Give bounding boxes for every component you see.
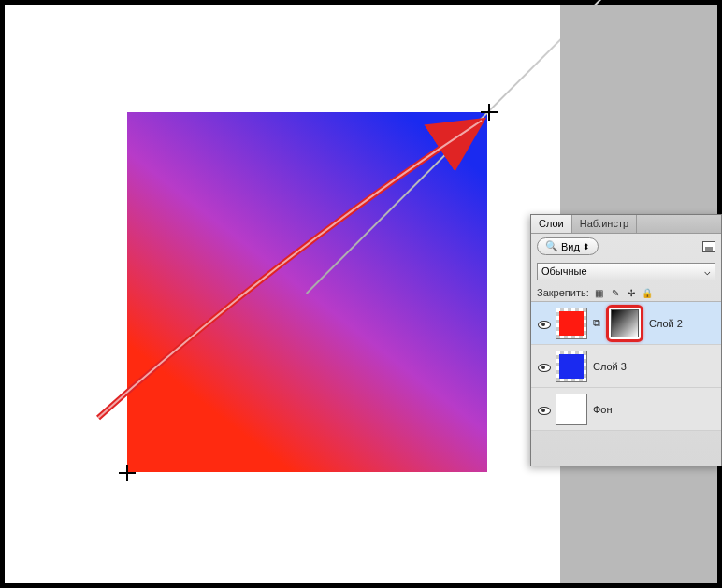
layer-row[interactable]: ⧉ Слой 2 — [531, 302, 721, 345]
layer-thumbnail[interactable] — [556, 308, 587, 339]
panel-tabs: Слои Наб.инстр — [531, 215, 721, 234]
lock-brush-icon[interactable]: ✎ — [610, 287, 621, 298]
visibility-toggle[interactable] — [537, 360, 550, 373]
dropdown-arrows-icon: ⬍ — [583, 242, 590, 251]
layer-name[interactable]: Слой 3 — [593, 361, 627, 372]
layer-row[interactable]: Фон — [531, 388, 721, 431]
blend-mode-value: Обычные — [542, 265, 587, 278]
layer-mask-thumbnail — [611, 309, 639, 337]
lock-label: Закрепить: — [537, 287, 589, 298]
visibility-toggle[interactable] — [537, 403, 550, 416]
visibility-toggle[interactable] — [537, 317, 550, 330]
panel-snapshot-icon[interactable] — [702, 241, 715, 252]
link-icon: ⧉ — [593, 317, 600, 329]
lock-transparency-icon[interactable]: ▦ — [594, 287, 605, 298]
layers-panel: Слои Наб.инстр 🔍 Вид ⬍ Обычные ⌵ Закрепи… — [530, 214, 722, 466]
chevron-down-icon: ⌵ — [704, 265, 711, 278]
blend-mode-select[interactable]: Обычные ⌵ — [537, 263, 715, 280]
crosshair-end — [481, 104, 498, 121]
layer-thumbnail[interactable] — [556, 351, 587, 382]
tab-tools[interactable]: Наб.инстр — [572, 215, 637, 233]
lock-row: Закрепить: ▦ ✎ ✢ 🔒 — [531, 284, 721, 302]
filter-label: Вид — [561, 241, 580, 252]
canvas-area[interactable] — [5, 5, 560, 583]
lock-all-icon[interactable]: 🔒 — [642, 287, 653, 298]
layer-thumbnail[interactable] — [556, 394, 587, 425]
tab-layers[interactable]: Слои — [531, 215, 572, 233]
layer-name[interactable]: Слой 2 — [649, 318, 683, 329]
layer-filter-dropdown[interactable]: 🔍 Вид ⬍ — [537, 237, 599, 255]
layer-mask-highlighted[interactable] — [606, 305, 643, 342]
lock-position-icon[interactable]: ✢ — [626, 287, 637, 298]
search-icon: 🔍 — [545, 240, 558, 252]
crosshair-start — [119, 465, 136, 481]
layer-list: ⧉ Слой 2 Слой 3 Фон — [531, 302, 721, 431]
layer-name[interactable]: Фон — [593, 404, 613, 415]
layer-row[interactable]: Слой 3 — [531, 345, 721, 388]
